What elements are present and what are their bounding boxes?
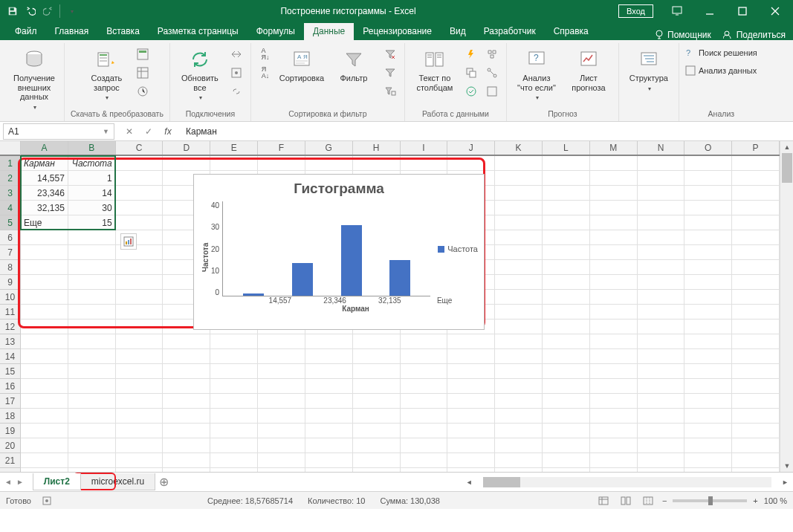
cell[interactable] [258, 156, 305, 171]
cell[interactable] [68, 453, 116, 468]
cell[interactable] [401, 349, 448, 364]
cell[interactable] [210, 349, 258, 364]
cell[interactable] [163, 409, 210, 424]
cell-a2[interactable]: 14,557 [21, 171, 68, 186]
row-header[interactable]: 5 [0, 215, 20, 230]
from-table-icon[interactable] [135, 65, 151, 81]
cell[interactable] [638, 171, 685, 186]
cell[interactable] [401, 453, 448, 468]
cell[interactable] [305, 394, 353, 409]
cell[interactable] [305, 334, 353, 349]
cell-b1[interactable]: Частота [68, 156, 116, 171]
ribbon-display-icon[interactable] [662, 1, 692, 22]
cell[interactable] [732, 171, 780, 186]
cell[interactable] [543, 171, 590, 186]
cell[interactable] [732, 438, 780, 453]
cell[interactable] [401, 379, 448, 394]
cell[interactable] [163, 349, 210, 364]
cell[interactable] [116, 424, 164, 438]
cell[interactable] [258, 364, 305, 379]
cell[interactable] [590, 394, 638, 409]
outline-button[interactable]: Структура [625, 46, 673, 94]
cell[interactable] [638, 349, 685, 364]
cell[interactable] [447, 156, 495, 171]
cell[interactable] [638, 275, 685, 290]
cell[interactable] [590, 156, 638, 171]
cell[interactable] [495, 379, 543, 394]
cell[interactable] [258, 334, 305, 349]
row-header[interactable]: 18 [0, 409, 20, 424]
cell[interactable] [732, 424, 780, 438]
cell[interactable] [21, 290, 68, 305]
row-header[interactable]: 15 [0, 364, 20, 379]
cell[interactable] [401, 394, 448, 409]
cell[interactable] [305, 438, 353, 453]
cell[interactable] [495, 364, 543, 379]
cell[interactable] [116, 305, 164, 319]
cell[interactable] [590, 424, 638, 438]
tab-data[interactable]: Данные [304, 23, 354, 40]
cell[interactable] [590, 305, 638, 319]
forecast-sheet-button[interactable]: Лист прогноза [565, 46, 612, 94]
sheet-nav-next-icon[interactable]: ► [16, 478, 24, 486]
enter-icon[interactable]: ✓ [140, 123, 158, 140]
new-query-button[interactable]: Создать запрос [82, 46, 130, 103]
tell-me[interactable]: Помощник [654, 30, 711, 40]
cell[interactable] [684, 349, 732, 364]
cell[interactable] [495, 319, 543, 334]
cell[interactable] [590, 275, 638, 290]
cell[interactable] [21, 230, 68, 245]
scroll-left-icon[interactable]: ◄ [466, 479, 473, 486]
recent-sources-icon[interactable] [135, 83, 151, 100]
cell[interactable] [68, 349, 116, 364]
column-header[interactable]: B [68, 141, 116, 155]
cell[interactable] [163, 438, 210, 453]
cell[interactable] [68, 379, 116, 394]
zoom-slider[interactable] [673, 499, 747, 502]
cell[interactable] [21, 275, 68, 290]
row-header[interactable]: 7 [0, 245, 20, 260]
cell[interactable] [305, 156, 353, 171]
undo-icon[interactable] [24, 4, 37, 18]
cell[interactable] [258, 438, 305, 453]
cell[interactable] [21, 364, 68, 379]
cell[interactable] [210, 453, 258, 468]
cell[interactable] [21, 334, 68, 349]
cell[interactable] [447, 409, 495, 424]
cell[interactable] [305, 379, 353, 394]
filter-button[interactable]: Фильтр [330, 46, 378, 85]
cell[interactable] [684, 364, 732, 379]
cell[interactable] [21, 424, 68, 438]
cell[interactable] [495, 245, 543, 260]
cell[interactable] [68, 230, 116, 245]
cell[interactable] [543, 245, 590, 260]
data-validation-icon[interactable] [463, 83, 479, 100]
cell[interactable] [638, 379, 685, 394]
cell[interactable] [684, 424, 732, 438]
row-header[interactable]: 20 [0, 438, 20, 453]
cell[interactable] [401, 156, 448, 171]
cell[interactable] [401, 334, 448, 349]
login-button[interactable]: Вход [618, 4, 653, 18]
cell[interactable] [210, 424, 258, 438]
cell[interactable] [116, 186, 164, 201]
cell[interactable] [305, 409, 353, 424]
text-to-columns-button[interactable]: Текст по столбцам [411, 46, 459, 94]
cell[interactable] [638, 394, 685, 409]
row-header[interactable]: 10 [0, 290, 20, 305]
row-header[interactable]: 2 [0, 171, 20, 186]
cell[interactable] [210, 409, 258, 424]
cell[interactable] [638, 334, 685, 349]
column-header[interactable]: E [210, 141, 258, 155]
vertical-scrollbar[interactable]: ▲ ▼ [780, 141, 793, 472]
zoom-out-icon[interactable]: − [662, 496, 667, 505]
cell[interactable] [590, 349, 638, 364]
clear-filter-icon[interactable] [382, 46, 398, 62]
cell-b3[interactable]: 14 [68, 186, 116, 201]
cell[interactable] [68, 305, 116, 319]
cell[interactable] [684, 201, 732, 215]
cell[interactable] [21, 394, 68, 409]
tab-view[interactable]: Вид [441, 23, 475, 40]
cell[interactable] [590, 230, 638, 245]
solver-button[interactable]: ?Поиск решения [685, 46, 757, 59]
